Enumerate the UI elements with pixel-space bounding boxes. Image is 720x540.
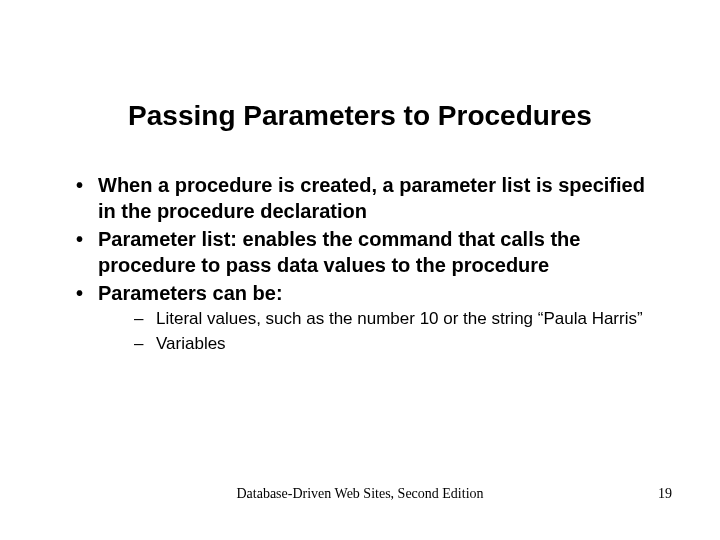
slide-content: When a procedure is created, a parameter…	[0, 172, 720, 356]
bullet-item: Parameter list: enables the command that…	[70, 226, 650, 278]
page-number: 19	[658, 486, 672, 502]
sub-item: Literal values, such as the number 10 or…	[98, 308, 650, 331]
bullet-item: Parameters can be: Literal values, such …	[70, 280, 650, 356]
bullet-list: When a procedure is created, a parameter…	[70, 172, 650, 356]
sub-list: Literal values, such as the number 10 or…	[98, 308, 650, 356]
slide: Passing Parameters to Procedures When a …	[0, 0, 720, 540]
bullet-item: When a procedure is created, a parameter…	[70, 172, 650, 224]
bullet-text: Parameters can be:	[98, 282, 283, 304]
slide-title: Passing Parameters to Procedures	[0, 0, 720, 172]
sub-item: Variables	[98, 333, 650, 356]
footer-text: Database-Driven Web Sites, Second Editio…	[0, 486, 720, 502]
